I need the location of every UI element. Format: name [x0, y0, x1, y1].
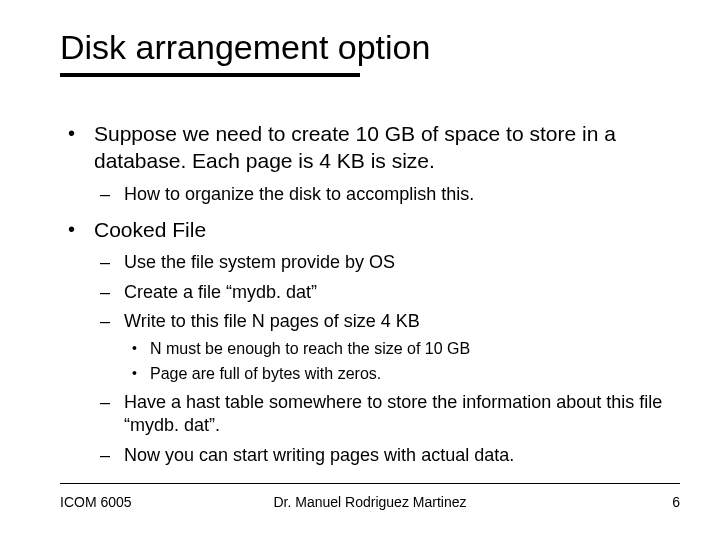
title-underline: [60, 73, 360, 77]
bullet-level3: N must be enough to reach the size of 10…: [124, 339, 680, 360]
title-block: Disk arrangement option: [60, 28, 430, 77]
bullet-level2: Write to this file N pages of size 4 KB …: [94, 310, 680, 385]
bullet-text: Cooked File: [94, 218, 206, 241]
slide-title: Disk arrangement option: [60, 28, 430, 67]
bullet-text: Page are full of bytes with zeros.: [150, 365, 381, 382]
footer-author: Dr. Manuel Rodriguez Martinez: [60, 494, 680, 510]
bullet-level1: Suppose we need to create 10 GB of space…: [60, 120, 680, 206]
bullet-text: Have a hast table somewhere to store the…: [124, 392, 662, 435]
slide-footer: ICOM 6005 Dr. Manuel Rodriguez Martinez …: [60, 483, 680, 510]
footer-rule: [60, 483, 680, 484]
bullet-text: Suppose we need to create 10 GB of space…: [94, 122, 616, 172]
bullet-text: How to organize the disk to accomplish t…: [124, 184, 474, 204]
bullet-text: Use the file system provide by OS: [124, 252, 395, 272]
bullet-level2: Now you can start writing pages with act…: [94, 444, 680, 467]
bullet-text: N must be enough to reach the size of 10…: [150, 340, 470, 357]
slide-body: Suppose we need to create 10 GB of space…: [60, 120, 680, 477]
bullet-level3: Page are full of bytes with zeros.: [124, 364, 680, 385]
bullet-level1: Cooked File Use the file system provide …: [60, 216, 680, 467]
bullet-level2: Have a hast table somewhere to store the…: [94, 391, 680, 438]
footer-page-number: 6: [672, 494, 680, 510]
bullet-text: Now you can start writing pages with act…: [124, 445, 514, 465]
bullet-level2: How to organize the disk to accomplish t…: [94, 183, 680, 206]
bullet-level2: Use the file system provide by OS: [94, 251, 680, 274]
bullet-text: Write to this file N pages of size 4 KB: [124, 311, 420, 331]
bullet-text: Create a file “mydb. dat”: [124, 282, 317, 302]
bullet-level2: Create a file “mydb. dat”: [94, 281, 680, 304]
